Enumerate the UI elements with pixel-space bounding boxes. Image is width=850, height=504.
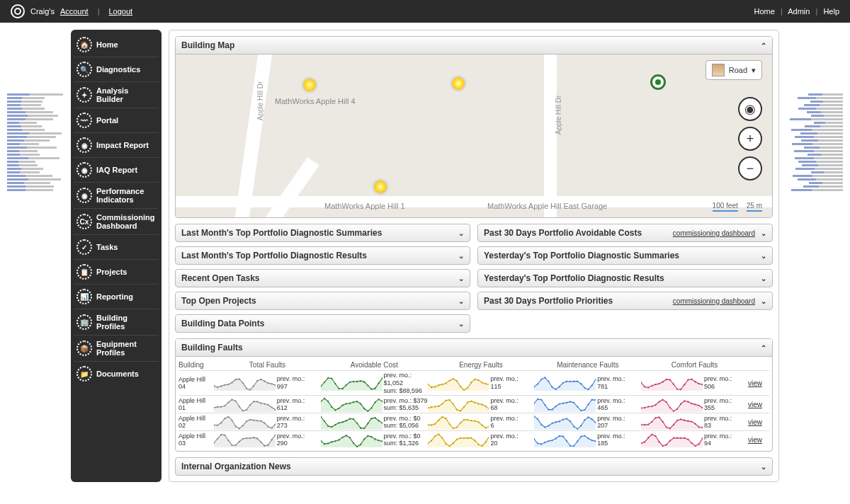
panel-link[interactable]: commissioning dashboard xyxy=(673,229,755,237)
sidebar-item-home[interactable]: 🏠Home xyxy=(74,33,159,57)
svg-point-302 xyxy=(370,436,372,437)
map-marker[interactable] xyxy=(303,79,316,91)
svg-point-292 xyxy=(334,440,336,442)
cell-cost: prev. mo.: $379sum: $5,635 xyxy=(321,396,428,412)
sidebar-item-iaq-report[interactable]: ◉IAQ Report xyxy=(74,158,159,183)
sidebar-item-commissioning-dashboard[interactable]: CxCommissioning Dashboard xyxy=(74,209,159,235)
sidebar-item-tasks[interactable]: ✓Tasks xyxy=(74,235,159,260)
map-zoom-in-button[interactable]: + xyxy=(738,127,762,151)
panel-yesterday-s-top-portfolio-diagnostic-summaries[interactable]: Yesterday's Top Portfolio Diagnostic Sum… xyxy=(477,246,773,265)
svg-point-178 xyxy=(698,405,700,406)
svg-point-319 xyxy=(474,440,475,442)
view-link[interactable]: view xyxy=(748,379,769,387)
svg-point-290 xyxy=(327,443,329,445)
svg-point-315 xyxy=(460,437,461,439)
nav-help[interactable]: Help xyxy=(823,7,839,16)
panel-building-data-points[interactable]: Building Data Points⌄ xyxy=(175,314,470,333)
map-canvas[interactable]: Apple Hill Dr Apple Hill Dr MathWorks Ap… xyxy=(176,55,772,217)
svg-point-128 xyxy=(434,406,436,408)
panel-link[interactable]: commissioning dashboard xyxy=(673,297,755,305)
svg-point-145 xyxy=(537,399,538,400)
nav-admin[interactable]: Admin xyxy=(788,7,810,16)
panel-yesterday-s-top-portfolio-diagnostic-results[interactable]: Yesterday's Top Portfolio Diagnostic Res… xyxy=(477,269,773,287)
view-link[interactable]: view xyxy=(748,436,769,444)
map-type-selector[interactable]: Road ▾ xyxy=(706,60,762,80)
map-marker[interactable] xyxy=(452,77,465,90)
svg-point-255 xyxy=(651,421,652,423)
svg-point-278 xyxy=(242,438,244,440)
panel-past-30-days-portfolio-avoidable-costs[interactable]: Past 30 Days Portfolio Avoidable Costsco… xyxy=(477,224,773,242)
svg-point-104 xyxy=(264,403,265,405)
svg-point-101 xyxy=(253,401,254,403)
svg-point-110 xyxy=(327,401,329,402)
svg-point-52 xyxy=(484,383,486,384)
col-maint: Maintenance Faults xyxy=(534,361,641,369)
map-marker-selected[interactable] xyxy=(650,74,666,90)
svg-point-202 xyxy=(334,424,336,425)
svg-point-122 xyxy=(370,408,372,409)
panel-title: Yesterday's Top Portfolio Diagnostic Sum… xyxy=(484,251,679,260)
svg-point-326 xyxy=(541,444,543,445)
map-zoom-out-button[interactable]: − xyxy=(738,156,762,181)
panel-top-open-projects[interactable]: Top Open Projects⌄ xyxy=(175,292,470,310)
svg-point-165 xyxy=(651,406,652,407)
logout-link[interactable]: Logout xyxy=(109,7,133,16)
svg-point-206 xyxy=(349,418,351,420)
svg-point-134 xyxy=(455,409,457,411)
svg-point-327 xyxy=(545,442,546,443)
svg-point-19 xyxy=(324,382,325,383)
nav-home[interactable]: Home xyxy=(754,7,774,16)
svg-point-34 xyxy=(378,382,379,384)
svg-point-241 xyxy=(559,420,560,422)
svg-point-38 xyxy=(434,386,436,387)
svg-point-167 xyxy=(659,401,660,403)
topbar-left: Craig's Account | Logout xyxy=(11,4,132,18)
svg-point-275 xyxy=(231,445,232,446)
panel-last-month-s-top-portfolio-diagnostic-summaries[interactable]: Last Month's Top Portfolio Diagnostic Su… xyxy=(175,224,470,242)
panel-recent-open-tasks[interactable]: Recent Open Tasks⌄ xyxy=(175,269,470,287)
svg-point-265 xyxy=(688,420,689,422)
sidebar-item-performance-indicators[interactable]: ◉Performance Indicators xyxy=(74,183,159,209)
map-marker[interactable] xyxy=(374,181,387,193)
panel-last-month-s-top-portfolio-diagnostic-results[interactable]: Last Month's Top Portfolio Diagnostic Re… xyxy=(175,246,470,265)
svg-point-70 xyxy=(591,384,593,386)
panel-header-map[interactable]: Building Map ⌃ xyxy=(176,37,772,55)
sidebar-item-analysis-builder[interactable]: ✦Analysis Builder xyxy=(74,82,159,108)
sidebar-item-impact-report[interactable]: ◉Impact Report xyxy=(74,133,159,158)
view-link[interactable]: view xyxy=(748,418,769,426)
svg-point-171 xyxy=(673,411,674,412)
svg-point-293 xyxy=(338,440,339,441)
account-link[interactable]: Account xyxy=(60,7,89,16)
svg-point-85 xyxy=(688,379,689,381)
nav-icon: 📋 xyxy=(76,264,92,280)
chevron-down-icon: ⌄ xyxy=(458,229,464,237)
map-locate-button[interactable]: ◉ xyxy=(738,97,762,121)
map-scale: 100 feet 25 m xyxy=(713,202,762,212)
sidebar-item-portal[interactable]: 〰Portal xyxy=(74,108,159,133)
svg-point-98 xyxy=(242,411,244,412)
sidebar-item-equipment-profiles[interactable]: 📦Equipment Profiles xyxy=(74,336,159,362)
svg-point-191 xyxy=(253,420,254,421)
nav-icon: Cx xyxy=(76,214,92,229)
sidebar-item-documents[interactable]: 📁Documents xyxy=(74,362,159,386)
svg-point-221 xyxy=(445,418,446,419)
panel-news[interactable]: Internal Organization News ⌄ xyxy=(175,457,773,476)
svg-point-335 xyxy=(574,445,575,447)
svg-point-310 xyxy=(441,437,443,439)
sidebar-item-projects[interactable]: 📋Projects xyxy=(74,260,159,285)
view-link[interactable]: view xyxy=(748,401,769,408)
panel-past-30-days-portfolio-priorities[interactable]: Past 30 Days Portfolio Prioritiescommiss… xyxy=(477,292,773,310)
svg-point-229 xyxy=(474,420,475,422)
svg-point-121 xyxy=(367,411,368,412)
svg-point-146 xyxy=(541,399,543,401)
sidebar-item-diagnostics[interactable]: 🔍Diagnostics xyxy=(74,57,159,82)
sidebar-item-label: Analysis Builder xyxy=(96,86,156,103)
panel-header-faults[interactable]: Building Faults ⌃ xyxy=(176,339,772,357)
sidebar-item-building-profiles[interactable]: 🏢Building Profiles xyxy=(74,309,159,336)
svg-point-304 xyxy=(378,440,379,441)
sidebar-item-reporting[interactable]: 📊Reporting xyxy=(74,285,159,309)
cell-energy: prev. mo.:20 xyxy=(428,432,535,447)
svg-point-189 xyxy=(246,421,247,423)
svg-point-330 xyxy=(555,438,557,440)
svg-point-176 xyxy=(691,403,693,404)
